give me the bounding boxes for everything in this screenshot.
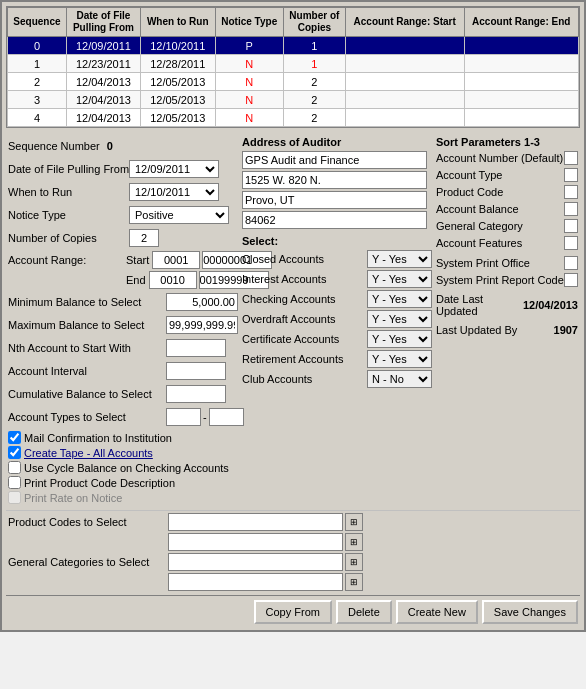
main-container: Sequence Date of FilePulling From When t… [0,0,586,632]
table-cell: 12/04/2013 [66,91,140,109]
when-run-select[interactable]: 12/10/2011 [129,183,219,201]
product-inputs1: ⊞ [168,513,363,531]
yesno-select-3[interactable]: Y - YesN - No [367,310,432,328]
start-label: Start [126,254,149,266]
create-tape-label[interactable]: Create Tape - All Accounts [24,447,153,459]
sys-print-office-checkbox[interactable] [564,256,578,270]
select-row-label: Retirement Accounts [242,353,362,365]
copy-from-button[interactable]: Copy From [254,600,332,624]
use-cycle-checkbox[interactable] [8,461,21,474]
middle-column: Address of Auditor Select: Closed Accoun… [242,136,432,506]
delete-button[interactable]: Delete [336,600,392,624]
acct-types-label: Account Types to Select [8,411,163,423]
table-row[interactable]: 412/04/201312/05/2013N2 [8,109,579,127]
select-row: Closed AccountsY - YesN - No [242,250,432,268]
acct-types-input2[interactable] [209,408,244,426]
notice-type-select[interactable]: Positive Negative [129,206,229,224]
col-header-ar-start: Account Range: Start [345,8,464,37]
sort-item-row: Account Features [436,236,578,250]
addr-line1[interactable] [242,151,427,169]
date-file-select[interactable]: 12/09/2011 [129,160,219,178]
acct-range-label: Account Range: [8,254,126,266]
table-cell [345,37,464,55]
date-updated-row: Date Last Updated 12/04/2013 [436,293,578,317]
select-section: Select: Closed AccountsY - YesN - NoInte… [242,235,432,388]
addr-line4[interactable] [242,211,427,229]
acct-interval-row: Account Interval [8,361,238,381]
range-start-val1[interactable] [152,251,200,269]
product-input2[interactable] [168,533,343,551]
sort-item-label: General Category [436,220,523,232]
yesno-select-0[interactable]: Y - YesN - No [367,250,432,268]
range-end-val1[interactable] [149,271,197,289]
date-updated-label: Date Last Updated [436,293,523,317]
when-run-row: When to Run 12/10/2011 [8,182,238,202]
cumulative-input[interactable] [166,385,226,403]
general-row2: ⊞ [8,573,578,591]
last-updated-value: 1907 [554,324,578,336]
nth-input[interactable] [166,339,226,357]
col-header-copies: Number ofCopies [283,8,345,37]
sort-item-checkbox[interactable] [564,236,578,250]
select-row-label: Club Accounts [242,373,362,385]
yesno-select-2[interactable]: Y - YesN - No [367,290,432,308]
table-row[interactable]: 012/09/201112/10/2011P1 [8,37,579,55]
table-cell [345,109,464,127]
print-product-checkbox[interactable] [8,476,21,489]
table-cell [464,91,579,109]
sys-print-office-label: System Print Office [436,257,530,269]
sort-item-label: Account Features [436,237,522,249]
yesno-select-5[interactable]: Y - YesN - No [367,350,432,368]
table-cell: 0 [8,37,67,55]
table-row[interactable]: 112/23/201112/28/2011N1 [8,55,579,73]
sort-item-checkbox[interactable] [564,185,578,199]
addr-line2[interactable] [242,171,427,189]
sort-item-checkbox[interactable] [564,151,578,165]
select-row: Certificate AccountsY - YesN - No [242,330,432,348]
general-input2[interactable] [168,573,343,591]
table-cell: 12/23/2011 [66,55,140,73]
max-bal-input[interactable] [166,316,238,334]
table-cell: 2 [283,91,345,109]
notice-type-row: Notice Type Positive Negative [8,205,238,225]
mail-confirm-checkbox[interactable] [8,431,21,444]
table-cell [464,55,579,73]
table-cell: 12/05/2013 [140,109,215,127]
sort-item-label: Product Code [436,186,503,198]
acct-interval-input[interactable] [166,362,226,380]
date-updated-value: 12/04/2013 [523,299,578,311]
sort-item-checkbox[interactable] [564,219,578,233]
table-cell: 2 [283,73,345,91]
min-bal-input[interactable] [166,293,238,311]
table-cell: 12/05/2013 [140,91,215,109]
print-product-label: Print Product Code Description [24,477,175,489]
yesno-select-4[interactable]: Y - YesN - No [367,330,432,348]
footer-bar: Copy From Delete Create New Save Changes [6,595,580,626]
col-header-ar-end: Account Range: End [464,8,579,37]
sort-item-checkbox[interactable] [564,168,578,182]
table-row[interactable]: 212/04/201312/05/2013N2 [8,73,579,91]
sort-item-row: Product Code [436,185,578,199]
product-input1[interactable] [168,513,343,531]
sys-print-report-checkbox[interactable] [564,273,578,287]
save-changes-button[interactable]: Save Changes [482,600,578,624]
last-updated-row: Last Updated By 1907 [436,320,578,340]
yesno-select-1[interactable]: Y - YesN - No [367,270,432,288]
product-grid-icon2[interactable]: ⊞ [345,533,363,551]
copies-input[interactable] [129,229,159,247]
select-row: Interest AccountsY - YesN - No [242,270,432,288]
yesno-select-6[interactable]: Y - YesN - No [367,370,432,388]
acct-types-input1[interactable] [166,408,201,426]
product-label: Product Codes to Select [8,516,168,528]
addr-line3[interactable] [242,191,427,209]
general-input1[interactable] [168,553,343,571]
min-bal-label: Minimum Balance to Select [8,296,163,308]
general-grid-icon1[interactable]: ⊞ [345,553,363,571]
product-grid-icon1[interactable]: ⊞ [345,513,363,531]
sort-item-checkbox[interactable] [564,202,578,216]
create-tape-checkbox[interactable] [8,446,21,459]
general-grid-icon2[interactable]: ⊞ [345,573,363,591]
table-row[interactable]: 312/04/201312/05/2013N2 [8,91,579,109]
create-new-button[interactable]: Create New [396,600,478,624]
nth-label: Nth Account to Start With [8,342,163,354]
